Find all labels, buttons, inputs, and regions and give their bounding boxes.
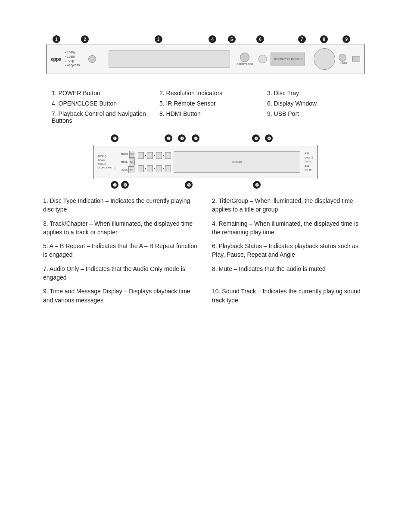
trcl-row: TR/CL. N/A [121, 159, 134, 165]
dot-1 [145, 155, 146, 156]
icon-g [156, 165, 162, 172]
dp-bubble-8: ❽ [121, 181, 129, 189]
fp-label-2: 2. Resolution Indicators [159, 90, 263, 96]
disc-type-col: DVD-A SACD HDCD A.ONLY MUTE [98, 154, 115, 170]
desc-9: 9. Time and Message Display – Displays p… [43, 287, 199, 305]
hdmi-btn-area: HDMI [339, 54, 349, 64]
open-close-btn-visual [240, 53, 249, 62]
fp-bubble-5: 5 [228, 35, 236, 43]
fp-label-1: 1. POWER Button [52, 90, 155, 96]
fp-bubble-8: 8 [320, 35, 328, 43]
icon-e [138, 165, 144, 172]
desc-7: 7. Audio Only – Indicates that the Audio… [43, 264, 199, 282]
desc-2: 2. Title/Group – When illuminated, the d… [212, 196, 368, 214]
status-all: ⊙ ALL [305, 160, 313, 164]
status-ex: ⊙x ex [305, 168, 313, 172]
dp-bubble-10: ❿ [253, 181, 261, 189]
front-panel-box: oppo • 1080p • 1080i • 720p • 480p/576 O… [46, 44, 365, 74]
desc-6: 6. Playback Status – Indicates playback … [212, 242, 368, 259]
fp-label-8: 8. HDMI Button [159, 110, 263, 124]
fp-callout-row: 1 2 3 4 5 6 7 8 9 [46, 35, 365, 44]
bottom-divider [52, 322, 359, 322]
dot-3 [163, 155, 164, 156]
desc-3: 3. Track/Chapter – When illuminated, the… [43, 219, 199, 237]
dp-bubble-5: ❺ [252, 134, 260, 142]
dot-2 [154, 155, 155, 156]
display-window-text: DVD PLAYER DV-980H [274, 58, 302, 60]
hdmi-button-visual [339, 54, 346, 62]
dp-bubble-4: ❹ [192, 134, 199, 142]
fp-bubble-3: 3 [155, 35, 162, 43]
dp-bubble-1: ❶ [111, 134, 118, 142]
fp-bubble-9: 9 [342, 35, 350, 43]
dp-bubble-2: ❷ [165, 134, 172, 142]
display-diagram-wrapper: ❶ ❷ ❸ ❹ ❺ ❻ DVD-A SACD HDCD A.ONLY MUTE … [85, 133, 326, 189]
fp-label-7: 7. Playback Control and Navigation Butto… [52, 110, 155, 124]
dot-5 [154, 168, 155, 169]
front-panel-labels: 1. POWER Button 2. Resolution Indicators… [52, 90, 371, 124]
dp-hdcd: HDCD [98, 162, 115, 166]
icon-d [165, 152, 171, 159]
dot-6 [163, 168, 164, 169]
icon-f [147, 165, 153, 172]
fp-bubble-1: 1 [53, 35, 60, 43]
dp-dvda: DVD-A [98, 154, 115, 158]
hdmi-label: HDMI [340, 62, 347, 64]
ir-sensor-visual [258, 55, 267, 63]
disc-tray-visual [109, 50, 230, 68]
desc-1: 1. Disc Type Indication – Indicates the … [43, 196, 199, 214]
extra-row-1 [138, 152, 171, 159]
dp-bubble-6: ❻ [265, 134, 273, 142]
fp-label-4: 4. OPEN/CLOSE Button [52, 100, 155, 107]
open-close-area: OPEN/CLOSE [237, 53, 253, 65]
desc-8: 8. Mute – Indicates that the audio is mu… [212, 264, 368, 282]
front-panel-diagram: 1 2 3 4 5 6 7 8 9 oppo • 1080p • 1080i •… [46, 34, 365, 82]
descriptions-grid: 1. Disc Type Indication – Indicates the … [43, 196, 368, 305]
time-message-display: 00:00:00 [174, 151, 300, 173]
display-panel-box: DVD-A SACD HDCD A.ONLY MUTE TR/GR. N/A T… [93, 145, 318, 179]
desc-10: 10. Sound Track – Indicates the currentl… [212, 287, 368, 305]
oppo-logo: oppo [51, 56, 61, 62]
dot-4 [145, 168, 146, 169]
desc-4: 4. Remaining – When illuminated, the dis… [212, 219, 368, 237]
display-time-text: 00:00:00 [232, 161, 242, 163]
icon-b [147, 152, 153, 159]
dp-bubble-9: ❾ [185, 181, 193, 189]
front-panel-section: 1 2 3 4 5 6 7 8 9 oppo • 1080p • 1080i •… [26, 34, 385, 124]
display-panel-section: ❶ ❷ ❸ ❹ ❺ ❻ DVD-A SACD HDCD A.ONLY MUTE … [26, 133, 385, 189]
status-play-pause: ⊙k ▷ ‖ [305, 156, 313, 160]
nav-buttons-visual [314, 48, 335, 70]
fp-label-6: 6. Display Window [267, 100, 371, 107]
trgr-label: TR/GR. [121, 153, 129, 156]
fp-bubble-7: 7 [298, 35, 306, 43]
icon-h [165, 165, 171, 172]
trgr-icon-1: N/A [129, 151, 135, 158]
fp-bubble-6: 6 [256, 35, 264, 43]
dp-aonly-mute: A.ONLY MUTE [98, 166, 115, 170]
status-ab: A°B [305, 152, 313, 156]
track-group-icons: TR/GR. N/A TR/CL. N/A RMNG N/A [121, 151, 135, 173]
desc-5: 5. A – B Repeat – Indicates that the A –… [43, 242, 199, 259]
fp-label-9: 9. USB Port [267, 110, 371, 124]
rmng-icon-1: N/A [128, 166, 134, 173]
trgrp-row: TR/GR. N/A [121, 151, 135, 158]
playback-status-col: A°B ⊙k ▷ ‖ ⊙ ALL disc ⊙x ex [305, 152, 313, 172]
dp-sacd: SACD [98, 158, 115, 162]
rmng-row: RMNG N/A [121, 166, 134, 173]
fp-bubble-4: 4 [209, 35, 216, 43]
trcl-icon-1: N/A [129, 159, 135, 165]
rmng-label: RMNG [121, 168, 128, 171]
open-close-label: OPEN/CLOSE [237, 63, 253, 65]
dp-bubble-7: ❼ [111, 181, 118, 189]
fp-bubble-2: 2 [81, 35, 89, 43]
trcl-label: TR/CL. [121, 161, 128, 163]
page-container: 1 2 3 4 5 6 7 8 9 oppo • 1080p • 1080i •… [0, 9, 411, 344]
display-window-visual: DVD PLAYER DV-980H [271, 53, 305, 65]
power-button-visual [88, 55, 96, 63]
fp-label-3: 3. Disc Tray [267, 90, 371, 96]
extra-icon-cols [138, 149, 171, 175]
extra-row-2 [138, 165, 171, 172]
usb-port-visual [352, 56, 360, 62]
icon-c [156, 152, 162, 159]
resolution-indicators: • 1080p • 1080i • 720p • 480p/576 [65, 50, 80, 67]
